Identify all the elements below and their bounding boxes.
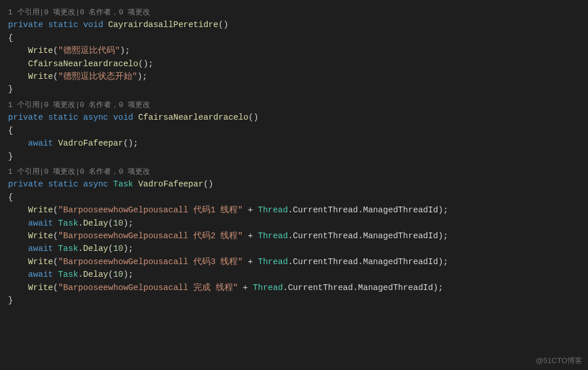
dot: .	[288, 205, 293, 215]
parens: ()	[249, 113, 258, 122]
stmt-d1: await Task.Delay(10);	[8, 217, 588, 230]
fn-write: Write	[28, 257, 54, 266]
stmt-call: CfairsaNearleardracelo();	[8, 58, 588, 70]
stmt-write-1: Write("德熙逗比代码");	[8, 44, 588, 57]
prop-current: CurrentThread	[293, 231, 358, 241]
dot: .	[358, 205, 363, 215]
open-paren: (	[53, 283, 58, 292]
fn-delay: Delay	[83, 270, 109, 279]
code-block-1: 1 个引用|0 项更改|0 名作者，0 项更改 private static v…	[8, 7, 588, 96]
kw-void: void	[83, 20, 104, 29]
open-paren: (	[53, 72, 58, 81]
fn-write: Write	[28, 46, 54, 55]
close-paren: )	[123, 219, 128, 228]
dot: .	[358, 257, 363, 266]
close-paren: )	[137, 72, 142, 81]
dot: .	[78, 244, 83, 253]
plus-op: +	[243, 257, 258, 266]
string-2: "德熙逗比状态开始"	[58, 72, 137, 81]
open-paren: (	[53, 46, 58, 55]
semicolon: ;	[443, 257, 448, 266]
fn-write: Write	[28, 231, 54, 241]
codelens-1: 1 个引用|0 项更改|0 名作者，0 项更改	[8, 7, 588, 18]
method-call-2: CfairsaNearleardracelo	[28, 59, 138, 68]
fn-delay: Delay	[83, 219, 109, 228]
dot: .	[288, 231, 293, 241]
open-paren: (	[108, 270, 113, 279]
dot: .	[358, 231, 363, 241]
stmt-w4: Write("BarpooseewhowGelpousacall 完成 线程" …	[8, 281, 588, 294]
close-paren: )	[123, 270, 128, 279]
semicolon: ;	[438, 283, 443, 292]
stmt-w3: Write("BarpooseewhowGelpousacall 代码3 线程"…	[8, 255, 588, 268]
prop-current: CurrentThread	[293, 205, 358, 215]
kw-void: void	[113, 113, 133, 122]
dot: .	[78, 219, 83, 228]
codelens-3: 1 个引用|0 项更改|0 名作者，0 项更改	[8, 166, 588, 178]
kw-private: private	[8, 20, 43, 29]
open-paren: (	[53, 257, 58, 266]
method-name-1: CayrairdasallPeretidre	[108, 20, 218, 29]
kw-static: static	[48, 20, 78, 29]
kw-async: async	[83, 113, 109, 122]
open-paren: (	[108, 244, 113, 253]
class-task: Task	[58, 270, 78, 279]
brace-close: }	[8, 294, 588, 307]
method-name-2: CfairsaNearleardracelo	[138, 113, 248, 122]
dot: .	[288, 257, 293, 266]
semicolon: ;	[443, 205, 448, 215]
stmt-write-2: Write("德熙逗比状态开始");	[8, 70, 588, 83]
watermark: @51CTO博客	[536, 355, 582, 367]
brace-close: }	[8, 83, 588, 96]
open-paren: (	[53, 231, 58, 241]
num-10: 10	[113, 219, 123, 228]
close-paren: )	[438, 205, 443, 215]
dot: .	[78, 270, 83, 279]
plus-op: +	[243, 205, 258, 215]
kw-await: await	[28, 244, 54, 253]
type-task: Task	[113, 180, 133, 189]
num-10: 10	[113, 270, 123, 279]
semicolon: ;	[128, 244, 133, 253]
semicolon: ;	[443, 231, 448, 241]
method-name-3: VadroFafeepar	[138, 180, 203, 189]
fn-delay: Delay	[83, 244, 109, 253]
kw-await: await	[28, 139, 54, 148]
prop-current: CurrentThread	[293, 257, 358, 266]
kw-static: static	[48, 113, 78, 122]
plus-op: +	[238, 283, 253, 292]
prop-managed: ManagedThreadId	[363, 205, 438, 215]
parens: ()	[219, 20, 228, 29]
class-thread: Thread	[258, 231, 288, 241]
codelens-2: 1 个引用|0 项更改|0 名作者，0 项更改	[8, 100, 588, 111]
kw-private: private	[8, 180, 43, 189]
brace-open: {	[8, 191, 588, 204]
stmt-d2: await Task.Delay(10);	[8, 242, 588, 255]
class-thread: Thread	[253, 283, 282, 292]
method-call-3: VadroFafeepar	[58, 139, 123, 148]
prop-managed: ManagedThreadId	[363, 231, 438, 241]
parens: ()	[203, 180, 213, 189]
num-10: 10	[113, 244, 123, 253]
semicolon: ;	[133, 139, 139, 148]
close-paren: )	[123, 244, 128, 253]
brace-open: {	[8, 32, 588, 44]
close-paren: )	[438, 257, 443, 266]
kw-await: await	[28, 219, 54, 228]
string-1: "德熙逗比代码"	[58, 46, 120, 55]
prop-managed: ManagedThreadId	[358, 283, 433, 292]
string-b4: "BarpooseewhowGelpousacall 完成 线程"	[58, 283, 238, 292]
close-paren: )	[120, 46, 125, 55]
fn-write: Write	[28, 205, 54, 215]
signature-2: private static async void CfairsaNearlea…	[8, 111, 588, 124]
fn-write: Write	[28, 72, 54, 81]
prop-managed: ManagedThreadId	[363, 257, 438, 266]
brace-open: {	[8, 124, 588, 137]
kw-static: static	[48, 180, 78, 189]
string-b2: "BarpooseewhowGelpousacall 代码2 线程"	[58, 231, 243, 241]
fn-write: Write	[28, 283, 54, 292]
string-b1: "BarpooseewhowGelpousacall 代码1 线程"	[58, 205, 243, 215]
signature-1: private static void CayrairdasallPeretid…	[8, 18, 588, 31]
class-task: Task	[58, 244, 78, 253]
dot: .	[353, 283, 358, 292]
